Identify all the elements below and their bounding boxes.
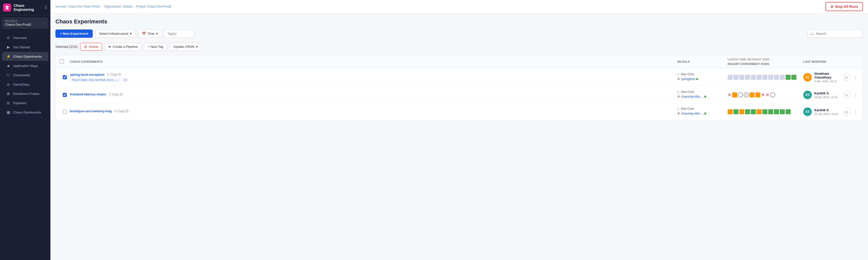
grid-icon[interactable]: ⠿ <box>44 5 48 10</box>
row1-experiment-name[interactable]: spring-boot-exception <box>70 73 104 76</box>
row1-tag-more[interactable]: +1 <box>122 78 128 82</box>
breadcrumb-sep-2: › <box>133 5 134 8</box>
run-bar <box>755 92 761 98</box>
sidebar-item-chaoshubs[interactable]: ⬡ ChaosHubs <box>2 71 49 79</box>
row3-checkbox[interactable] <box>63 110 67 114</box>
run-bar <box>745 109 750 114</box>
tags-input[interactable] <box>164 30 194 38</box>
experiments-table: CHAOS EXPERIMENTS DETAILS latest one on … <box>56 55 863 120</box>
run-bar <box>732 92 737 98</box>
run-icon-x: ✕ <box>727 92 732 98</box>
row1-infra-link[interactable]: springboot <box>681 77 695 81</box>
row2-play-button[interactable]: ▷ <box>843 91 850 99</box>
run-bar <box>768 75 773 80</box>
row2-modifier-info: Karthik S 15 Apr 2024, 15:31 <box>814 91 838 99</box>
sidebar-item-application-maps[interactable]: ◈ Application Maps <box>2 61 49 70</box>
sidebar-item-label: Resilience Probes <box>13 92 39 96</box>
new-tag-button[interactable]: + New Tag <box>144 43 167 50</box>
sidebar-item-resilience-probes[interactable]: ⊞ Resilience Probes <box>2 89 49 98</box>
sidebar-item-get-started[interactable]: ▶ Get Started <box>2 42 49 51</box>
select-all-checkbox[interactable] <box>60 60 64 64</box>
sidebar-item-label: Application Maps <box>13 64 38 68</box>
table-row: spring-boot-exception ⎘ Copy ID fault=po… <box>56 68 863 86</box>
table-row: frontend-latency-chaos ⎘ Copy ID ▷ Non-C… <box>56 86 863 104</box>
copy-icon: ⎘ <box>109 92 111 96</box>
delete-button[interactable]: 🗑 Delete <box>80 43 102 50</box>
run-bar <box>756 109 762 114</box>
row1-play-button[interactable]: ▷ <box>843 74 850 81</box>
create-pipeline-button[interactable]: ⬌ Create a Pipeline <box>104 43 142 50</box>
sidebar-item-label: ChaosHubs <box>13 73 30 77</box>
sidebar-item-label: Chaos Dashboards <box>13 111 41 114</box>
row2-infra-status-dot <box>704 96 706 98</box>
row2-details-cell: ▷ Non-Cron ⚙ chaosday-k8s-... <box>677 90 727 100</box>
time-filter-button[interactable]: 📅 Time ▾ <box>138 30 161 38</box>
breadcrumb-account[interactable]: Account: Chaos Dev Team Prod2 <box>56 5 100 8</box>
run-bar <box>751 109 756 114</box>
row3-copy-id[interactable]: ⎘ Copy ID <box>115 110 128 113</box>
selection-info: Selected (2/15) <box>56 45 78 48</box>
chevron-down-icon: ▾ <box>156 32 158 36</box>
new-experiment-button[interactable]: + New Experiment <box>56 30 93 38</box>
select-infrastructure-button[interactable]: Select Infrastructure ▾ <box>95 30 135 38</box>
breadcrumb-org[interactable]: Organization: default <box>104 5 132 8</box>
sidebar-item-label: GameDays <box>13 82 30 86</box>
chevron-down-icon: ▾ <box>130 32 132 36</box>
run-bar <box>734 109 739 114</box>
sidebar-header: Chaos Engineering ⠿ <box>0 0 51 15</box>
row3-modifier-name: Karthik S <box>814 108 838 112</box>
row3-runs-cell <box>727 109 803 114</box>
sidebar-item-chaos-experiments[interactable]: ⚡ Chaos Experiments <box>2 52 49 61</box>
infra-icon: ⚙ <box>677 95 680 99</box>
stop-icon: ⊘ <box>831 4 834 8</box>
run-bar <box>780 75 785 80</box>
sidebar-item-overview[interactable]: ⊙ Overview <box>2 33 49 42</box>
row2-infra-link[interactable]: chaosday-k8s-... <box>681 95 703 99</box>
row2-detail-infra: ⚙ chaosday-k8s-... <box>677 95 727 99</box>
row1-tags: fault=pod-jvm-method-exce... +1 <box>70 78 677 82</box>
row2-experiment-name[interactable]: frontend-latency-chaos <box>70 92 106 96</box>
run-bar <box>727 109 733 114</box>
row2-modifier-name: Karthik S <box>814 91 838 95</box>
row3-play-button[interactable]: ▷ <box>843 108 850 115</box>
row1-tag-chip[interactable]: fault=pod-jvm-method-exce... <box>70 78 121 82</box>
search-input[interactable] <box>807 30 863 38</box>
row1-modifier-name: Shubham Chaudhary <box>814 72 840 79</box>
chevron-down-icon: ▾ <box>196 45 198 48</box>
hub-icon: ⬡ <box>6 73 10 77</box>
sidebar-item-gamedays[interactable]: ◎ GameDays <box>2 80 49 89</box>
play-icon: ▶ <box>6 45 10 49</box>
map-icon: ◈ <box>6 64 10 68</box>
row1-copy-id[interactable]: ⎘ Copy ID <box>107 73 121 76</box>
breadcrumb-sep-1: › <box>101 5 102 8</box>
pipeline-create-icon: ⬌ <box>108 45 111 48</box>
project-selector[interactable]: PROJECT Chaos-Dev-Prod2 › <box>2 17 49 29</box>
sidebar-item-pipelines[interactable]: ⊟ Pipelines <box>2 99 49 108</box>
row3-experiment-name[interactable]: boutique-cart-memory-hog <box>70 109 112 113</box>
stop-all-runs-button[interactable]: ⊘ Stop All Runs <box>826 2 863 11</box>
row2-modifier-date: 15 Apr 2024, 15:31 <box>814 96 838 99</box>
row2-checkbox[interactable] <box>63 93 67 97</box>
row3-infra-link[interactable]: chaosday-k8s-... <box>681 112 703 115</box>
row3-infra-status-dot <box>704 112 706 114</box>
row3-actions: ▷ ⋮ <box>843 108 859 115</box>
row1-more-button[interactable]: ⋮ <box>852 74 859 81</box>
row1-checkbox[interactable] <box>63 75 67 79</box>
row3-more-button[interactable]: ⋮ <box>852 109 859 115</box>
sidebar-item-chaos-dashboards[interactable]: ▦ Chaos Dashboards <box>2 108 49 117</box>
copy-icon: ⎘ <box>115 110 117 113</box>
app-title: Chaos Engineering <box>13 3 42 11</box>
sidebar-nav: ⊙ Overview ▶ Get Started ⚡ Chaos Experim… <box>0 31 51 260</box>
row3-modifier-date: 23 Jan 2024, 19:05 <box>814 112 838 115</box>
recent-runs-label: latest one on right side → <box>727 58 803 61</box>
infra-icon: ⚙ <box>677 77 680 81</box>
row1-avatar: SC <box>803 73 812 81</box>
selection-bar: Selected (2/15) 🗑 Delete ⬌ Create a Pipe… <box>56 41 863 52</box>
update-cron-button[interactable]: Update CRON ▾ <box>169 43 202 50</box>
checkbox-header-cell <box>60 60 70 64</box>
chevron-right-icon: › <box>44 22 45 25</box>
run-bar <box>749 92 754 98</box>
breadcrumb-project[interactable]: Project: Chaos-Dev-Prod2 <box>136 5 172 8</box>
row2-more-button[interactable]: ⋮ <box>852 91 859 99</box>
row2-copy-id[interactable]: ⎘ Copy ID <box>109 92 123 96</box>
